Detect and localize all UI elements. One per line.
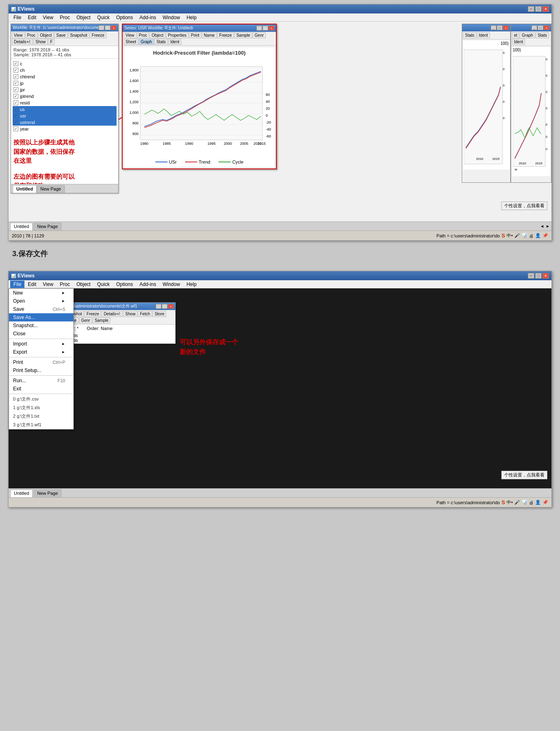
wf2-btn-genr[interactable]: Genr (79, 317, 92, 323)
menu-item-export[interactable]: Export ► (9, 348, 73, 356)
wf2-min[interactable]: _ (156, 304, 161, 309)
wf2-max[interactable]: □ (162, 304, 168, 309)
wf-btn-object[interactable]: Object (38, 32, 54, 38)
series-max[interactable]: □ (262, 26, 268, 31)
menu-window-2[interactable]: Window (159, 281, 183, 288)
wf-min[interactable]: _ (99, 25, 104, 30)
menu-item-open[interactable]: Open ► (9, 297, 73, 305)
wf-btn-details[interactable]: Details+/: (12, 39, 33, 45)
menu-item-save[interactable]: Save Ctrl+S (9, 305, 73, 313)
wf-max[interactable]: □ (105, 25, 110, 30)
series-btn-name[interactable]: Name (202, 32, 217, 38)
menu-item-exit[interactable]: Exit (9, 385, 73, 393)
series-btn-properties[interactable]: Properties (166, 32, 189, 38)
pw2-max[interactable]: □ (538, 25, 543, 30)
menu-edit[interactable]: Edit (24, 14, 40, 21)
tab-untitled-main[interactable]: Untitled (10, 223, 33, 230)
pw1-max[interactable]: □ (497, 25, 503, 30)
var-chtrend[interactable]: chtrend (13, 73, 117, 80)
menu-proc-2[interactable]: Proc (57, 281, 73, 288)
wf-btn-snapshot[interactable]: Snapshot (68, 32, 89, 38)
menu-item-close[interactable]: Close (9, 330, 73, 338)
recent-file-0[interactable]: 0 g:\文件.csv (9, 395, 73, 403)
menu-addins-2[interactable]: Add-ins (136, 281, 159, 288)
close-btn-2[interactable]: × (542, 273, 549, 279)
menu-proc[interactable]: Proc (57, 14, 73, 21)
var-jp-checkbox[interactable] (13, 81, 18, 86)
var-ch[interactable]: ch (13, 67, 117, 73)
menu-item-run[interactable]: Run... F10 (9, 377, 73, 385)
var-resid[interactable]: resid (13, 100, 117, 106)
pw2-btn-graph[interactable]: Graph (520, 32, 535, 38)
menu-item-print-setup[interactable]: Print Setup... (9, 366, 73, 374)
menu-edit-2[interactable]: Edit (24, 281, 40, 288)
recent-file-1[interactable]: 1 g:\文件1.xls (9, 403, 73, 412)
wf-btn-proc[interactable]: Proc (25, 32, 38, 38)
pw2-close[interactable]: × (544, 25, 549, 30)
series-btn-print[interactable]: Print (189, 32, 202, 38)
series-btn-stats[interactable]: Stats (154, 39, 168, 45)
menu-view[interactable]: View (40, 14, 57, 21)
wf2-close[interactable]: × (168, 304, 174, 309)
personality-btn-2[interactable]: 个性设置，点我看看 (501, 471, 547, 479)
var-year[interactable]: year (13, 126, 117, 132)
restore-btn[interactable]: □ (535, 6, 542, 12)
wf2-btn-sample[interactable]: Sample (93, 317, 110, 323)
menu-item-save-as[interactable]: Save As... (9, 313, 73, 321)
series-btn-object[interactable]: Object (150, 32, 165, 38)
pw1-close[interactable]: × (503, 25, 509, 30)
series-btn-graph[interactable]: Graph (139, 39, 154, 45)
menu-object[interactable]: Object (73, 14, 94, 21)
menu-options[interactable]: Options (113, 14, 136, 21)
pw1-btn-ident[interactable]: Ident (477, 32, 490, 38)
var-us-checkbox[interactable] (13, 107, 18, 112)
var-usr[interactable]: usr (13, 113, 117, 119)
var-jptrend[interactable]: jptrend (13, 93, 117, 100)
var-ustrend-checkbox[interactable] (13, 120, 18, 125)
recent-file-2[interactable]: 2 g:\文件1.txt (9, 412, 73, 421)
menu-file-2[interactable]: File (10, 281, 24, 288)
tab-new-page[interactable]: New Page (37, 185, 65, 193)
menu-window[interactable]: Window (159, 14, 183, 21)
wf-btn-view[interactable]: View (12, 32, 25, 38)
var-us[interactable]: us (13, 106, 117, 113)
series-btn-view[interactable]: View (123, 32, 137, 38)
wf2-btn-show[interactable]: Show (123, 311, 137, 317)
var-year-checkbox[interactable] (13, 126, 18, 131)
var-jpr-checkbox[interactable] (13, 87, 18, 92)
tab-scroll-right[interactable]: ► (546, 224, 550, 228)
var-jpr[interactable]: jpr (13, 86, 117, 93)
menu-quick-2[interactable]: Quick (94, 281, 113, 288)
series-btn-sheet[interactable]: Sheet (123, 39, 138, 45)
var-ustrend[interactable]: ustrend (13, 119, 117, 126)
tab-new-page-2[interactable]: New Page (33, 490, 62, 497)
var-c[interactable]: c (13, 60, 117, 67)
var-c-checkbox[interactable] (13, 61, 18, 66)
close-btn[interactable]: × (542, 6, 549, 12)
wf-btn-show[interactable]: Show (33, 39, 48, 45)
tab-untitled[interactable]: Untitled (13, 185, 37, 193)
menu-item-new[interactable]: New ► (9, 289, 73, 297)
wf-btn-save[interactable]: Save (54, 32, 68, 38)
menu-options-2[interactable]: Options (113, 281, 136, 288)
pw2-btn-et[interactable]: et (512, 32, 519, 38)
var-resid-checkbox[interactable] (13, 100, 18, 105)
minimize-btn-2[interactable]: − (528, 273, 534, 279)
pw2-btn-stats[interactable]: Stats (536, 32, 549, 38)
series-btn-ident[interactable]: Ident (168, 39, 181, 45)
menu-addins[interactable]: Add-ins (136, 14, 159, 21)
recent-file-3[interactable]: 3 g:\文件1.wf1 (9, 421, 73, 429)
menu-file[interactable]: File (10, 14, 24, 21)
wf2-btn-freeze[interactable]: Freeze (84, 311, 101, 317)
series-btn-freeze[interactable]: Freeze (217, 32, 234, 38)
personality-btn[interactable]: 个性设置，点我看看 (501, 202, 547, 210)
series-min[interactable]: _ (256, 26, 262, 31)
series-close[interactable]: × (269, 26, 274, 31)
tab-untitled-2[interactable]: Untitled (10, 490, 33, 497)
menu-help[interactable]: Help (183, 14, 200, 21)
pw1-btn-stats[interactable]: Stats (463, 32, 476, 38)
menu-quick[interactable]: Quick (94, 14, 113, 21)
tab-new-page-main[interactable]: New Page (33, 223, 62, 230)
wf2-btn-details[interactable]: Details+/: (101, 311, 123, 317)
menu-item-import[interactable]: Import ► (9, 340, 73, 348)
